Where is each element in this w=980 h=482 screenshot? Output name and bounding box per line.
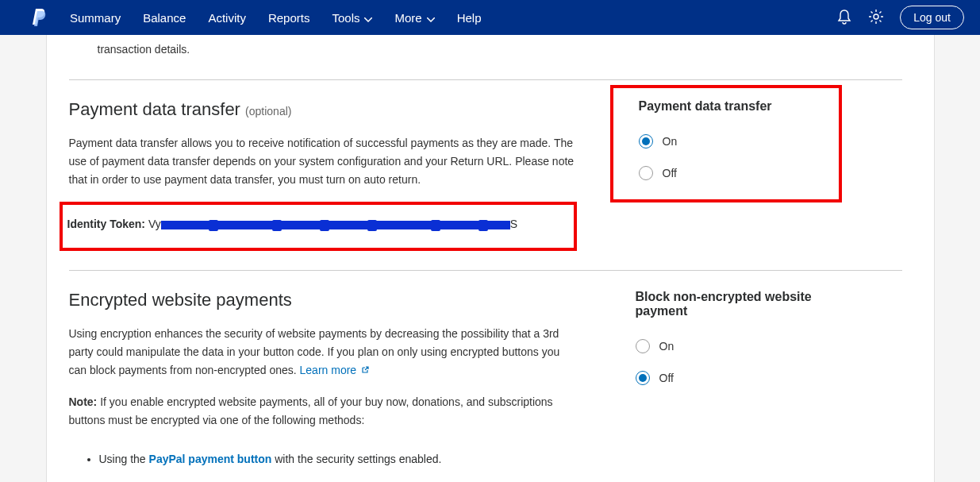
ewp-title: Encrypted website payments: [69, 290, 577, 310]
note-label: Note:: [69, 395, 98, 408]
pdt-left: Payment data transfer (optional) Payment…: [69, 99, 577, 251]
ewp-note: Note: If you enable encrypted website pa…: [69, 393, 577, 430]
radio-icon: [639, 166, 653, 180]
radio-icon: [636, 339, 650, 353]
radio-label-off: Off: [663, 167, 677, 179]
svg-point-0: [874, 14, 878, 19]
encrypted-payments-section: Encrypted website payments Using encrypt…: [69, 290, 902, 482]
payment-data-transfer-section: Payment data transfer (optional) Payment…: [69, 99, 902, 251]
external-link-icon: [361, 361, 369, 369]
token-redacted: [161, 221, 510, 229]
pdt-description: Payment data transfer allows you to rece…: [69, 134, 577, 189]
notifications-icon[interactable]: [836, 9, 852, 27]
paypal-logo-icon[interactable]: [32, 9, 46, 26]
pdt-right-heading: Payment data transfer: [639, 99, 829, 114]
optional-tag: (optional): [245, 105, 291, 118]
nav-activity[interactable]: Activity: [208, 11, 246, 25]
pdt-radio-on[interactable]: On: [639, 134, 829, 148]
token-prefix: Vy: [148, 218, 161, 230]
pdt-right: Payment data transfer On Off: [625, 99, 842, 202]
ewp-right-heading: Block non-encrypted website payment: [636, 290, 831, 318]
nav-summary[interactable]: Summary: [70, 11, 121, 25]
radio-icon: [639, 134, 653, 148]
identity-token-highlight: Identity Token: Vy S: [60, 202, 577, 251]
paypal-payment-button-link[interactable]: PayPal payment button: [149, 453, 272, 465]
logout-button[interactable]: Log out: [900, 6, 964, 29]
divider: [69, 79, 902, 80]
ewp-radio-off[interactable]: Off: [636, 371, 831, 385]
nav-reports[interactable]: Reports: [268, 11, 310, 25]
pdt-options-highlight: Payment data transfer On Off: [610, 85, 842, 202]
nav-balance[interactable]: Balance: [143, 11, 186, 25]
pdt-radio-off[interactable]: Off: [639, 166, 829, 180]
settings-gear-icon[interactable]: [868, 9, 884, 27]
chevron-down-icon: [427, 11, 435, 25]
ewp-description: Using encryption enhances the security o…: [69, 325, 577, 380]
pdt-title: Payment data transfer (optional): [69, 99, 577, 120]
previous-section-fragment: transaction details.: [69, 35, 902, 71]
nav-help[interactable]: Help: [457, 11, 482, 25]
nav-links: Summary Balance Activity Reports Tools M…: [70, 11, 836, 25]
radio-label-on: On: [663, 135, 678, 148]
radio-label-off: Off: [659, 372, 674, 384]
ewp-radio-on[interactable]: On: [636, 339, 831, 353]
nav-tools[interactable]: Tools: [332, 11, 372, 25]
chevron-down-icon: [364, 11, 372, 25]
learn-more-link[interactable]: Learn more: [300, 364, 369, 376]
nav-right: Log out: [836, 6, 964, 29]
divider: [69, 270, 902, 271]
ewp-bullets: Using the PayPal payment button with the…: [69, 450, 577, 482]
page-container: transaction details. Payment data transf…: [46, 35, 935, 482]
nav-more[interactable]: More: [394, 11, 434, 25]
ewp-left: Encrypted website payments Using encrypt…: [69, 290, 577, 482]
radio-icon: [636, 371, 650, 385]
identity-token-label: Identity Token:: [67, 218, 146, 230]
identity-token-row: Identity Token: Vy S: [67, 214, 569, 233]
token-suffix: S: [510, 218, 517, 230]
radio-label-on: On: [659, 340, 674, 353]
list-item: Using the PayPal payment button with the…: [99, 450, 577, 468]
ewp-right: Block non-encrypted website payment On O…: [625, 290, 831, 403]
top-navbar: Summary Balance Activity Reports Tools M…: [0, 0, 980, 35]
